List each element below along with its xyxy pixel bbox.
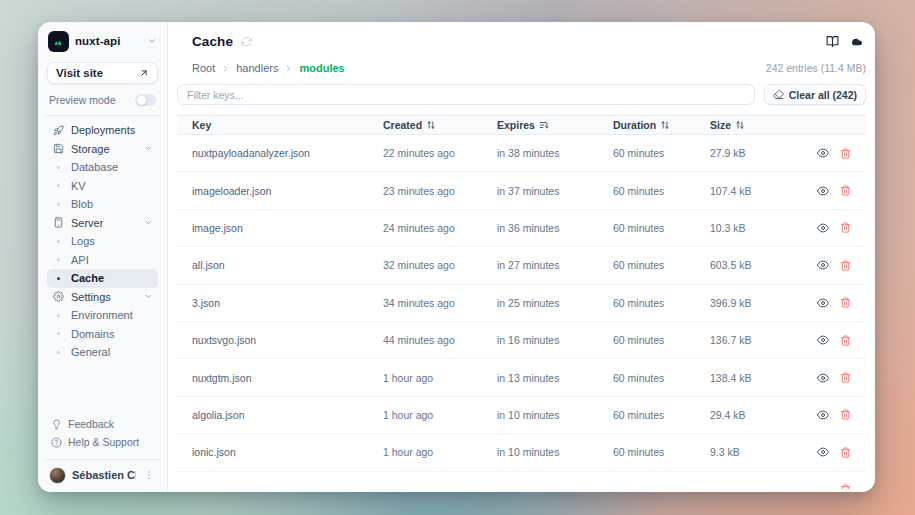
- table-row: 3.json 34 minutes ago in 25 minutes 60 m…: [177, 285, 866, 322]
- view-entry-icon[interactable]: [817, 259, 829, 271]
- clear-all-button[interactable]: Clear all (242): [764, 84, 866, 105]
- view-entry-icon[interactable]: [817, 297, 829, 309]
- table-row: nuxtsvgo.json 44 minutes ago in 16 minut…: [177, 322, 866, 359]
- cell-created: 22 minutes ago: [383, 147, 497, 159]
- delete-entry-icon[interactable]: [840, 260, 851, 271]
- clear-all-label: Clear all (242): [789, 89, 857, 101]
- sidebar-item-blob[interactable]: Blob: [47, 195, 158, 214]
- delete-entry-icon[interactable]: [840, 222, 851, 233]
- server-icon: [52, 217, 64, 228]
- cloudflare-cloud-icon[interactable]: [849, 35, 864, 48]
- sidebar-item-label: Blob: [71, 198, 153, 210]
- table-row: ionic.json 1 hour ago in 10 minutes 60 m…: [177, 434, 866, 471]
- cell-created: 1 hour ago: [383, 446, 497, 458]
- chevron-right-icon: [284, 64, 293, 73]
- sort-active-icon[interactable]: [539, 120, 549, 130]
- main-header: Cache: [177, 30, 866, 52]
- cell-key: image.json: [192, 222, 383, 234]
- delete-entry-icon[interactable]: [840, 372, 851, 383]
- column-header-expires[interactable]: Expires: [497, 119, 613, 131]
- column-header-key: Key: [192, 119, 383, 131]
- sidebar-item-storage[interactable]: Storage: [47, 140, 158, 159]
- project-selector[interactable]: nuxt-api: [47, 28, 158, 54]
- delete-entry-icon[interactable]: [840, 409, 851, 420]
- table-body: nuxtpayloadanalyzer.json 22 minutes ago …: [177, 135, 866, 472]
- delete-entry-icon[interactable]: [840, 297, 851, 308]
- app-window: nuxt-api Visit site Preview mode Deploym…: [38, 22, 875, 492]
- lightbulb-icon: [50, 419, 62, 430]
- delete-entry-icon[interactable]: [840, 335, 851, 346]
- table-row: imageloader.json 23 minutes ago in 37 mi…: [177, 172, 866, 209]
- view-entry-icon[interactable]: [817, 222, 829, 234]
- cell-duration: 60 minutes: [613, 259, 710, 271]
- sidebar-item-label: Database: [71, 161, 153, 173]
- bullet-icon: [57, 166, 60, 169]
- sidebar-item-label: Server: [71, 217, 137, 229]
- column-header-duration[interactable]: Duration: [613, 119, 710, 131]
- partial-next-row: [177, 472, 866, 489]
- view-entry-icon[interactable]: [817, 372, 829, 384]
- cell-duration: 60 minutes: [613, 334, 710, 346]
- sort-arrows-icon[interactable]: [735, 120, 745, 130]
- sidebar-item-logs[interactable]: Logs: [47, 232, 158, 251]
- delete-entry-icon[interactable]: [840, 185, 851, 196]
- sidebar-item-environment[interactable]: Environment: [47, 306, 158, 325]
- view-entry-icon[interactable]: [817, 446, 829, 458]
- sidebar-item-label: API: [71, 254, 153, 266]
- cell-size: 107.4 kB: [710, 185, 810, 197]
- sidebar-item-cache[interactable]: Cache: [47, 269, 158, 288]
- sidebar-item-label: Logs: [71, 235, 153, 247]
- cell-duration: 60 minutes: [613, 446, 710, 458]
- kebab-menu-icon[interactable]: [142, 470, 156, 480]
- sort-arrows-icon[interactable]: [660, 120, 670, 130]
- cell-key: all.json: [192, 259, 383, 271]
- view-entry-icon[interactable]: [817, 147, 829, 159]
- sidebar-item-general[interactable]: General: [47, 343, 158, 362]
- cell-created: 1 hour ago: [383, 372, 497, 384]
- sidebar-item-database[interactable]: Database: [47, 158, 158, 177]
- user-name: Sébastien Cho...: [72, 469, 136, 481]
- user-menu[interactable]: Sébastien Cho...: [47, 464, 158, 486]
- sidebar-item-deployments[interactable]: Deployments: [47, 121, 158, 140]
- sidebar-item-server[interactable]: Server: [47, 214, 158, 233]
- user-avatar: [49, 467, 66, 484]
- delete-entry-icon[interactable]: [840, 148, 851, 159]
- breadcrumb-current[interactable]: modules: [299, 62, 344, 74]
- refresh-icon[interactable]: [241, 36, 252, 47]
- filter-keys-input[interactable]: [177, 84, 755, 105]
- view-entry-icon[interactable]: [817, 185, 829, 197]
- breadcrumb-handlers[interactable]: handlers: [236, 62, 278, 74]
- docs-book-icon[interactable]: [826, 35, 839, 48]
- view-entry-icon[interactable]: [817, 409, 829, 421]
- sidebar-item-label: Cache: [71, 272, 153, 284]
- column-header-size[interactable]: Size: [710, 119, 810, 131]
- cell-created: 34 minutes ago: [383, 297, 497, 309]
- cell-key: nuxtpayloadanalyzer.json: [192, 147, 383, 159]
- feedback-button[interactable]: Feedback: [47, 415, 158, 433]
- sidebar-item-api[interactable]: API: [47, 251, 158, 270]
- sidebar-item-label: Storage: [71, 143, 137, 155]
- sidebar-item-kv[interactable]: KV: [47, 177, 158, 196]
- broom-icon: [773, 89, 784, 100]
- view-entry-icon[interactable]: [817, 334, 829, 346]
- chevron-right-icon: [221, 64, 230, 73]
- cell-key: ionic.json: [192, 446, 383, 458]
- sort-arrows-icon[interactable]: [426, 120, 436, 130]
- delete-entry-icon[interactable]: [840, 447, 851, 458]
- breadcrumb-root[interactable]: Root: [192, 62, 215, 74]
- rocket-icon: [52, 125, 64, 136]
- sidebar-item-domains[interactable]: Domains: [47, 325, 158, 344]
- cell-created: 44 minutes ago: [383, 334, 497, 346]
- cell-expires: in 37 minutes: [497, 185, 613, 197]
- preview-mode-toggle[interactable]: [135, 94, 156, 106]
- cell-key: nuxtgtm.json: [192, 372, 383, 384]
- help-support-button[interactable]: Help & Support: [47, 433, 158, 451]
- bullet-icon: [57, 332, 60, 335]
- column-header-created[interactable]: Created: [383, 119, 497, 131]
- table-header: Key Created Expires Duration Size: [177, 115, 866, 135]
- bullet-icon: [57, 258, 60, 261]
- table-row: nuxtgtm.json 1 hour ago in 13 minutes 60…: [177, 359, 866, 396]
- visit-site-button[interactable]: Visit site: [47, 62, 158, 84]
- sidebar-item-settings[interactable]: Settings: [47, 288, 158, 307]
- cell-key: algolia.json: [192, 409, 383, 421]
